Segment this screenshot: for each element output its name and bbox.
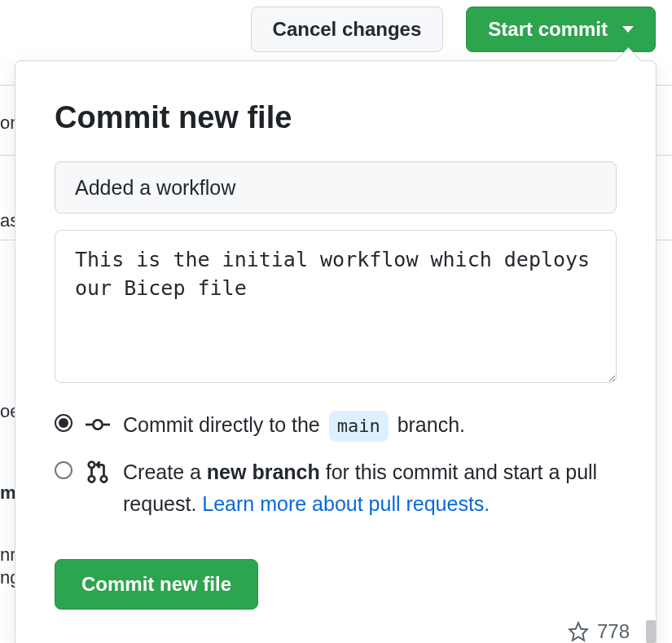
- cancel-changes-button[interactable]: Cancel changes: [251, 7, 444, 52]
- svg-point-5: [101, 476, 108, 482]
- git-pull-request-icon: [86, 460, 110, 484]
- text: Commit directly to the: [123, 413, 326, 436]
- text: Create a: [123, 460, 207, 483]
- commit-new-branch-label: Create a new branch for this commit and …: [123, 456, 617, 520]
- branch-pill: main: [329, 411, 389, 442]
- svg-marker-7: [569, 623, 587, 641]
- commit-new-file-label: Commit new file: [81, 573, 231, 596]
- commit-new-file-button[interactable]: Commit new file: [55, 559, 258, 610]
- learn-more-link[interactable]: Learn more about pull requests.: [202, 492, 490, 515]
- radio-button[interactable]: [55, 414, 72, 432]
- star-icon: [568, 621, 589, 642]
- bg-fragment: m: [0, 482, 16, 504]
- caret-down-icon: [622, 26, 634, 33]
- git-commit-icon: [86, 412, 110, 437]
- svg-point-0: [93, 420, 102, 429]
- cancel-changes-label: Cancel changes: [273, 18, 422, 41]
- scrollbar-thumb[interactable]: [646, 620, 656, 643]
- commit-description-textarea[interactable]: This is the initial workflow which deplo…: [55, 230, 617, 383]
- svg-point-3: [89, 462, 95, 469]
- bg-fragment: nr: [0, 544, 16, 566]
- top-toolbar: Cancel changes Start commit: [251, 7, 656, 52]
- star-count-value: 778: [597, 620, 630, 643]
- start-commit-label: Start commit: [488, 18, 608, 41]
- commit-direct-option[interactable]: Commit directly to the main branch.: [55, 409, 617, 442]
- commit-summary-input[interactable]: [55, 161, 617, 214]
- commit-dialog: Commit new file This is the initial work…: [15, 60, 657, 643]
- radio-button[interactable]: [55, 461, 72, 479]
- star-count: 778: [568, 620, 656, 643]
- start-commit-button[interactable]: Start commit: [466, 7, 656, 52]
- text: branch.: [397, 413, 465, 436]
- commit-direct-label: Commit directly to the main branch.: [123, 409, 617, 442]
- svg-point-4: [89, 476, 95, 482]
- dialog-title: Commit new file: [55, 100, 617, 135]
- text-bold: new branch: [207, 460, 320, 483]
- commit-new-branch-option[interactable]: Create a new branch for this commit and …: [55, 456, 617, 520]
